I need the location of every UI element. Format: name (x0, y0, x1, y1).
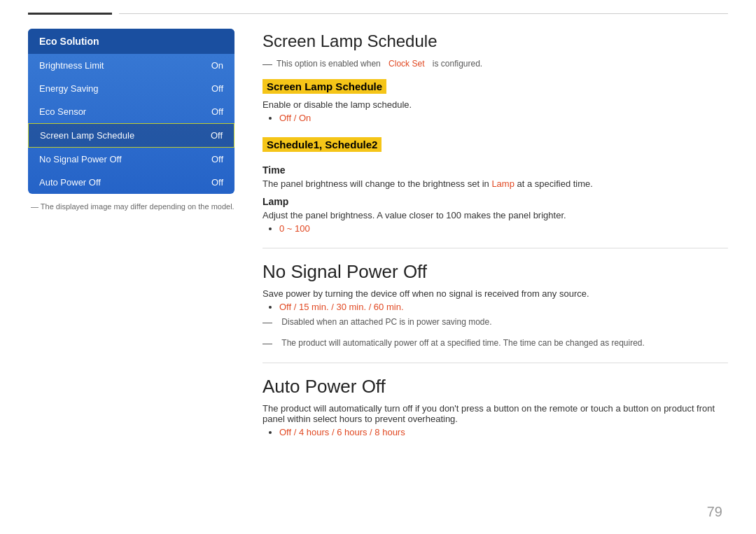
clock-set-note: — This option is enabled when Clock Set … (262, 58, 728, 69)
top-bar (0, 0, 756, 15)
sidebar: Eco Solution Brightness Limit On Energy … (28, 29, 234, 451)
sidebar-item-label: Screen Lamp Schedule (40, 130, 134, 141)
time-desc: The panel brightness will change to the … (262, 178, 728, 189)
screen-lamp-schedule-options: Off / On (279, 113, 728, 123)
top-bar-line-left (28, 13, 112, 15)
screen-lamp-schedule-section: Screen Lamp Schedule — This option is en… (262, 31, 728, 123)
sidebar-item-auto-power-off[interactable]: Auto Power Off Off (28, 171, 234, 194)
auto-power-off-desc: The product will automatically turn off … (262, 403, 728, 424)
sidebar-note: — The displayed image may differ dependi… (28, 202, 234, 211)
sidebar-item-value: Off (211, 154, 223, 164)
time-heading: Time (262, 164, 728, 176)
sidebar-item-value: Off (211, 130, 223, 141)
sidebar-item-value: On (211, 60, 223, 71)
lamp-options: 0 ~ 100 (279, 223, 728, 234)
screen-lamp-schedule-bullet: Off / On (279, 113, 311, 123)
section-divider-2 (262, 363, 728, 363)
no-signal-bullet: Off / 15 min. / 30 min. / 60 min. (279, 302, 404, 312)
sidebar-item-value: Off (211, 83, 223, 94)
no-signal-note1: — Disabled when an attached PC is in pow… (262, 316, 728, 328)
screen-lamp-schedule-highlight: Screen Lamp Schedule (262, 79, 386, 94)
sidebar-item-label: Auto Power Off (39, 177, 101, 188)
sidebar-item-brightness-limit[interactable]: Brightness Limit On (28, 54, 234, 77)
sidebar-item-value: Off (211, 177, 223, 188)
no-signal-power-off-section: No Signal Power Off Save power by turnin… (262, 261, 728, 349)
no-signal-note2: — The product will automatically power o… (262, 337, 728, 349)
screen-lamp-schedule-title: Screen Lamp Schedule (262, 31, 728, 51)
auto-power-off-bullet: Off / 4 hours / 6 hours / 8 hours (279, 427, 405, 437)
sidebar-item-energy-saving[interactable]: Energy Saving Off (28, 77, 234, 100)
sidebar-item-label: No Signal Power Off (39, 154, 122, 164)
content-area: Screen Lamp Schedule — This option is en… (262, 29, 728, 451)
auto-power-off-options: Off / 4 hours / 6 hours / 8 hours (279, 427, 728, 437)
sidebar-menu: Eco Solution Brightness Limit On Energy … (28, 29, 234, 194)
no-signal-desc: Save power by turning the device off whe… (262, 288, 728, 299)
lamp-bullet: 0 ~ 100 (279, 223, 310, 234)
sidebar-item-screen-lamp-schedule[interactable]: Screen Lamp Schedule Off (28, 123, 234, 148)
no-signal-power-off-title: No Signal Power Off (262, 261, 728, 283)
sidebar-header: Eco Solution (28, 29, 234, 54)
screen-lamp-schedule-desc: Enable or disable the lamp schedule. (262, 99, 728, 110)
page-number: 79 (707, 504, 722, 520)
lamp-heading: Lamp (262, 196, 728, 207)
schedule-highlight-section: Schedule1, Schedule2 Time The panel brig… (262, 137, 728, 234)
sidebar-item-value: Off (211, 106, 223, 117)
sidebar-item-eco-sensor[interactable]: Eco Sensor Off (28, 100, 234, 123)
sidebar-item-label: Energy Saving (39, 83, 99, 94)
auto-power-off-title: Auto Power Off (262, 376, 728, 398)
auto-power-off-section: Auto Power Off The product will automati… (262, 376, 728, 437)
sidebar-item-no-signal-power-off[interactable]: No Signal Power Off Off (28, 148, 234, 171)
sidebar-item-label: Brightness Limit (39, 60, 104, 71)
top-bar-line-right (119, 13, 728, 14)
sidebar-item-label: Eco Sensor (39, 106, 86, 117)
main-layout: Eco Solution Brightness Limit On Energy … (0, 29, 756, 451)
section-divider-1 (262, 248, 728, 248)
no-signal-options: Off / 15 min. / 30 min. / 60 min. (279, 302, 728, 312)
schedule-highlight: Schedule1, Schedule2 (262, 137, 382, 152)
lamp-desc: Adjust the panel brightness. A value clo… (262, 210, 728, 220)
